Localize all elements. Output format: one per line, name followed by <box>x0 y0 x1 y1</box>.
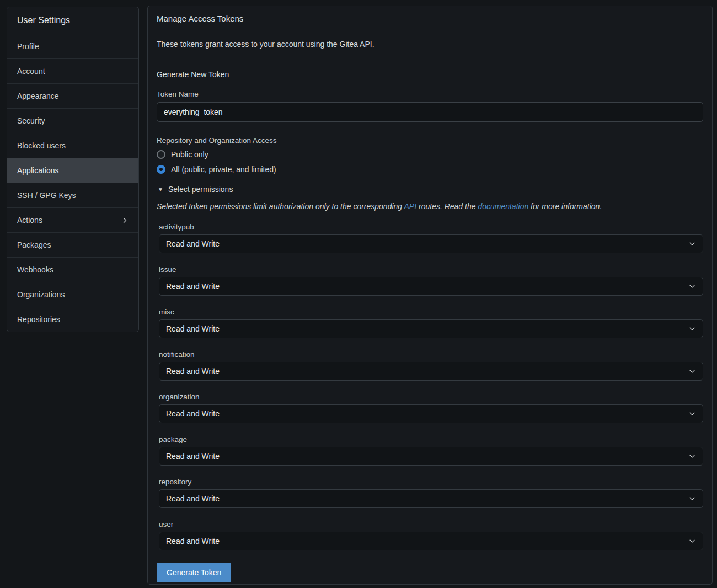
permission-package-label: package <box>159 435 703 443</box>
sidebar-item-label: Appearance <box>17 92 59 100</box>
chevron-down-icon <box>688 410 696 418</box>
sidebar-item-label: Profile <box>17 42 39 51</box>
sidebar-title: User Settings <box>7 7 138 34</box>
permission-repository-select[interactable]: Read and Write <box>159 489 703 508</box>
chevron-down-icon <box>688 240 696 248</box>
permissions-note: Selected token permissions limit authori… <box>157 202 703 211</box>
chevron-down-icon <box>688 282 696 290</box>
sidebar-item-label: Webhooks <box>17 265 53 274</box>
sidebar-item-account[interactable]: Account <box>7 58 138 83</box>
manage-access-tokens-panel: Manage Access Tokens These tokens grant … <box>147 6 713 585</box>
radio-public-only-label: Public only <box>171 150 208 159</box>
repo-org-access-label: Repository and Organization Access <box>157 136 703 145</box>
permission-activitypub-select[interactable]: Read and Write <box>159 234 703 253</box>
select-value: Read and Write <box>166 452 220 461</box>
sidebar-item-label: Security <box>17 116 45 125</box>
permission-misc-label: misc <box>159 308 703 316</box>
sidebar-item-label: Account <box>17 67 45 76</box>
permission-issue-select[interactable]: Read and Write <box>159 277 703 296</box>
radio-checked-icon <box>157 165 165 174</box>
permission-user-select[interactable]: Read and Write <box>159 532 703 550</box>
note-text: for more information. <box>528 202 602 211</box>
settings-sidebar: User Settings Profile Account Appearance… <box>7 7 139 332</box>
sidebar-item-webhooks[interactable]: Webhooks <box>7 257 138 282</box>
permission-notification-label: notification <box>159 350 703 359</box>
generate-token-form: Generate New Token Token Name Repository… <box>148 57 712 588</box>
sidebar-item-label: Packages <box>17 240 51 249</box>
radio-unchecked-icon <box>157 150 165 159</box>
chevron-down-icon <box>688 325 696 333</box>
permission-package-select[interactable]: Read and Write <box>159 447 703 466</box>
page-title: Manage Access Tokens <box>148 6 712 31</box>
sidebar-item-packages[interactable]: Packages <box>7 232 138 257</box>
radio-all-access-label: All (public, private, and limited) <box>171 165 276 174</box>
permission-misc-select[interactable]: Read and Write <box>159 319 703 338</box>
sidebar-item-applications[interactable]: Applications <box>7 158 138 183</box>
radio-public-only[interactable]: Public only <box>157 150 703 159</box>
sidebar-item-organizations[interactable]: Organizations <box>7 282 138 307</box>
chevron-down-icon <box>688 495 696 503</box>
chevron-down-icon <box>688 367 696 375</box>
note-text: Selected token permissions limit authori… <box>157 202 404 211</box>
permission-organization-label: organization <box>159 393 703 401</box>
permission-repository-label: repository <box>159 478 703 486</box>
select-value: Read and Write <box>166 537 220 546</box>
sidebar-item-actions[interactable]: Actions <box>7 207 138 232</box>
sidebar-item-label: SSH / GPG Keys <box>17 191 76 200</box>
permission-issue-label: issue <box>159 265 703 274</box>
permission-notification-select[interactable]: Read and Write <box>159 362 703 381</box>
sidebar-item-label: Organizations <box>17 290 65 299</box>
sidebar-item-label: Actions <box>17 216 42 224</box>
token-name-input[interactable] <box>157 102 703 122</box>
sidebar-item-label: Applications <box>17 166 59 175</box>
select-permissions-label: Select permissions <box>168 185 233 194</box>
note-text: routes. Read the <box>416 202 478 211</box>
select-value: Read and Write <box>166 494 220 503</box>
sidebar-item-repositories[interactable]: Repositories <box>7 307 138 332</box>
chevron-down-icon <box>688 537 696 545</box>
permission-user-label: user <box>159 520 703 528</box>
select-value: Read and Write <box>166 367 220 376</box>
tokens-description: These tokens grant access to your accoun… <box>148 31 712 57</box>
select-permissions-toggle[interactable]: ▼ Select permissions <box>158 185 703 194</box>
sidebar-item-security[interactable]: Security <box>7 108 138 133</box>
radio-all-access[interactable]: All (public, private, and limited) <box>157 165 703 174</box>
sidebar-item-label: Blocked users <box>17 141 66 150</box>
select-value: Read and Write <box>166 282 220 291</box>
sidebar-item-label: Repositories <box>17 315 60 324</box>
select-value: Read and Write <box>166 409 220 418</box>
caret-down-icon: ▼ <box>158 186 163 193</box>
select-value: Read and Write <box>166 239 220 248</box>
sidebar-item-ssh-gpg-keys[interactable]: SSH / GPG Keys <box>7 183 138 207</box>
api-link[interactable]: API <box>404 202 417 211</box>
permission-activitypub-label: activitypub <box>159 223 703 231</box>
sidebar-item-blocked-users[interactable]: Blocked users <box>7 133 138 158</box>
permission-groups: activitypub Read and Write issue Read an… <box>157 223 703 550</box>
sidebar-item-profile[interactable]: Profile <box>7 34 138 58</box>
permission-organization-select[interactable]: Read and Write <box>159 404 703 423</box>
sidebar-item-appearance[interactable]: Appearance <box>7 83 138 108</box>
chevron-right-icon <box>121 217 129 224</box>
select-value: Read and Write <box>166 324 220 333</box>
documentation-link[interactable]: documentation <box>478 202 528 211</box>
generate-new-token-heading: Generate New Token <box>157 70 703 79</box>
chevron-down-icon <box>688 452 696 460</box>
generate-token-button[interactable]: Generate Token <box>157 563 231 582</box>
token-name-label: Token Name <box>157 90 703 98</box>
